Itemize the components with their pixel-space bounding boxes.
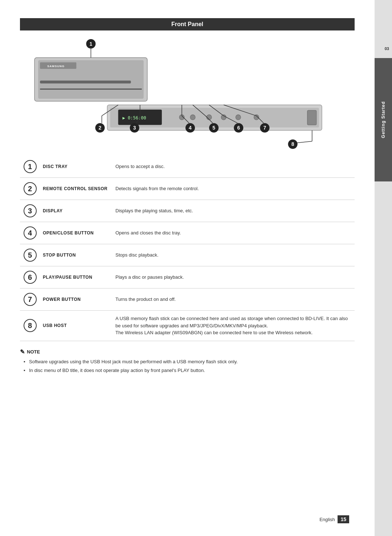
svg-text:2: 2 (99, 125, 102, 131)
feature-num: 5 (24, 249, 37, 262)
feature-num: 4 (24, 226, 37, 240)
feature-label: PLAY/PAUSE BUTTON (40, 266, 113, 289)
svg-text:▶ 0:56:00: ▶ 0:56:00 (123, 115, 146, 120)
feature-label: POWER BUTTON (40, 289, 113, 311)
svg-text:SAMSUNG: SAMSUNG (47, 65, 65, 68)
table-row: 7POWER BUTTONTurns the product on and of… (20, 289, 355, 311)
list-item: In disc menu of BD title, it does not op… (24, 367, 355, 375)
feature-num-cell: 3 (20, 200, 40, 222)
feature-label: DISPLAY (40, 200, 113, 222)
feature-num: 8 (24, 319, 37, 332)
feature-description: Turns the product on and off. (113, 289, 355, 311)
chapter-label: Getting Started (381, 101, 386, 138)
feature-label: STOP BUTTON (40, 244, 113, 266)
feature-description: Displays the playing status, time, etc. (113, 200, 355, 222)
note-icon: ✎ (20, 348, 25, 355)
svg-rect-4 (40, 81, 131, 83)
feature-description: Opens to accept a disc. (113, 156, 355, 178)
page-container: Getting Started 03 Front Panel SAMSUNG (0, 0, 392, 536)
diagram-area: SAMSUNG ▶ 0:56:00 (20, 36, 355, 152)
feature-description: Stops disc playback. (113, 244, 355, 266)
chapter-number: 03 (385, 46, 389, 51)
list-item: Software upgrades using the USB Host jac… (24, 358, 355, 366)
table-row: 2REMOTE CONTROL SENSORDetects signals fr… (20, 178, 355, 200)
feature-description: Plays a disc or pauses playback. (113, 266, 355, 289)
svg-text:7: 7 (264, 125, 266, 131)
feature-num-cell: 5 (20, 244, 40, 266)
svg-point-14 (236, 115, 241, 120)
table-row: 8USB HOSTA USB memory flash stick can be… (20, 311, 355, 341)
table-row: 1DISC TRAYOpens to accept a disc. (20, 156, 355, 178)
svg-text:5: 5 (212, 125, 215, 131)
feature-num: 2 (24, 182, 37, 195)
feature-num: 3 (24, 204, 37, 217)
svg-rect-5 (40, 89, 142, 90)
section-title: Front Panel (20, 18, 355, 30)
svg-point-11 (190, 115, 195, 120)
page-language: English (319, 517, 335, 522)
svg-point-12 (207, 115, 212, 120)
table-row: 3DISPLAYDisplays the playing status, tim… (20, 200, 355, 222)
note-header: ✎ NOTE (20, 348, 355, 355)
feature-num: 7 (24, 293, 37, 306)
svg-rect-16 (307, 110, 317, 125)
table-row: 4OPEN/CLOSE BUTTONOpens and closes the d… (20, 222, 355, 244)
feature-num: 6 (24, 271, 37, 284)
feature-label: DISC TRAY (40, 156, 113, 178)
table-row: 5STOP BUTTONStops disc playback. (20, 244, 355, 266)
feature-description: Opens and closes the disc tray. (113, 222, 355, 244)
feature-description: Detects signals from the remote control. (113, 178, 355, 200)
device-diagram: SAMSUNG ▶ 0:56:00 (20, 36, 355, 152)
svg-text:8: 8 (291, 141, 294, 147)
feature-num-cell: 6 (20, 266, 40, 289)
feature-num-cell: 7 (20, 289, 40, 311)
sidebar-tab: Getting Started (375, 58, 392, 181)
svg-text:4: 4 (189, 125, 192, 131)
features-table: 1DISC TRAYOpens to accept a disc.2REMOTE… (20, 156, 355, 341)
feature-num-cell: 4 (20, 222, 40, 244)
main-content: Front Panel SAMSUNG ▶ 0:56:00 (0, 0, 375, 536)
page-number-area: English 15 (319, 515, 349, 523)
feature-num-cell: 2 (20, 178, 40, 200)
svg-text:1: 1 (90, 41, 93, 47)
feature-description: A USB memory flash stick can be connecte… (113, 311, 355, 341)
note-label: NOTE (27, 349, 40, 355)
svg-text:3: 3 (133, 125, 136, 131)
note-section: ✎ NOTE Software upgrades using the USB H… (20, 348, 355, 375)
feature-label: REMOTE CONTROL SENSOR (40, 178, 113, 200)
svg-text:6: 6 (237, 125, 240, 131)
feature-num-cell: 1 (20, 156, 40, 178)
page-num-box: 15 (338, 515, 349, 523)
note-list: Software upgrades using the USB Host jac… (20, 358, 355, 375)
feature-label: USB HOST (40, 311, 113, 341)
feature-num: 1 (24, 160, 37, 173)
right-sidebar: Getting Started 03 (375, 0, 392, 536)
feature-label: OPEN/CLOSE BUTTON (40, 222, 113, 244)
table-row: 6PLAY/PAUSE BUTTONPlays a disc or pauses… (20, 266, 355, 289)
feature-num-cell: 8 (20, 311, 40, 341)
